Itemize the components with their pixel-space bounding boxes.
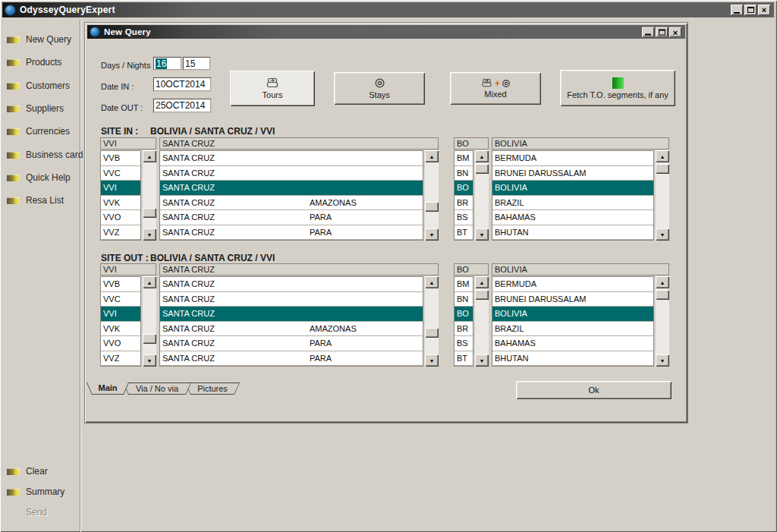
scrollbar[interactable]: ▲ ▼ <box>656 276 669 367</box>
list-item[interactable]: SANTA CRUZ <box>160 166 423 181</box>
close-button[interactable]: × <box>758 5 770 15</box>
scrollbar-thumb[interactable] <box>425 328 439 338</box>
query-window-titlebar[interactable]: New Query × <box>87 25 685 39</box>
scrollbar-thumb[interactable] <box>656 290 669 300</box>
app-titlebar[interactable]: OdysseyQueryExpert × <box>2 2 774 17</box>
close-button[interactable]: × <box>669 27 681 37</box>
list-item[interactable]: BT <box>455 351 473 367</box>
scroll-up-button[interactable]: ▲ <box>475 150 489 162</box>
sidebar-item-business-card[interactable]: Business card <box>7 150 83 160</box>
list-item-selected[interactable]: BO <box>455 181 473 196</box>
tab-pictures[interactable]: Pictures <box>185 382 240 395</box>
list-item[interactable]: SANTA CRUZAMAZONAS <box>160 322 423 337</box>
list-item[interactable]: SANTA CRUZPARA <box>160 210 423 225</box>
list-item[interactable]: VVC <box>101 292 140 307</box>
list-item[interactable]: BRAZIL <box>492 322 653 337</box>
minimize-button[interactable] <box>731 5 743 15</box>
scrollbar-track[interactable] <box>656 162 669 228</box>
scroll-down-button[interactable]: ▼ <box>143 228 156 241</box>
list-item[interactable]: BN <box>455 292 473 307</box>
sidebar-item-new-query[interactable]: New Query <box>7 34 71 45</box>
list-item[interactable]: BM <box>455 277 473 292</box>
list-item[interactable]: BHUTAN <box>492 351 653 367</box>
maximize-button[interactable] <box>744 5 757 15</box>
scrollbar-track[interactable] <box>656 288 669 354</box>
scroll-up-button[interactable]: ▲ <box>656 150 669 162</box>
list-item[interactable]: BHUTAN <box>492 225 653 241</box>
list-item-selected[interactable]: VVI <box>101 307 140 322</box>
scrollbar-track[interactable] <box>475 288 489 354</box>
list-item-selected[interactable]: BO <box>455 307 473 322</box>
list-item-selected[interactable]: SANTA CRUZ <box>160 307 423 322</box>
scrollbar-track[interactable] <box>425 162 439 228</box>
scrollbar-thumb[interactable] <box>475 290 489 300</box>
list-item-selected[interactable]: BOLIVIA <box>492 181 653 196</box>
scroll-up-button[interactable]: ▲ <box>656 276 669 288</box>
list-item[interactable]: BRUNEI DARUSSALAM <box>492 166 653 181</box>
list-item[interactable]: VVK <box>101 196 140 211</box>
list-item[interactable]: SANTA CRUZ <box>160 292 423 307</box>
scrollbar-thumb[interactable] <box>425 202 439 212</box>
list-item[interactable]: SANTA CRUZPARA <box>160 225 423 241</box>
sidebar-item-summary[interactable]: Summary <box>7 486 64 497</box>
list-item[interactable]: BS <box>455 336 473 351</box>
scrollbar-track[interactable] <box>475 162 489 228</box>
minimize-button[interactable] <box>642 27 654 37</box>
list-item[interactable]: VVK <box>101 322 140 337</box>
mixed-button[interactable]: + Mixed <box>450 72 541 105</box>
fetch-to-segments-button[interactable]: Fetch T.O. segments, if any <box>560 70 675 106</box>
list-item[interactable]: VVC <box>101 166 140 181</box>
scroll-up-button[interactable]: ▲ <box>425 150 439 162</box>
list-item[interactable]: VVZ <box>101 225 140 241</box>
scrollbar[interactable]: ▲ ▼ <box>143 276 156 367</box>
scroll-down-button[interactable]: ▼ <box>475 354 489 367</box>
maximize-button[interactable] <box>656 27 668 37</box>
scroll-up-button[interactable]: ▲ <box>143 150 156 162</box>
list-item[interactable]: BT <box>455 225 473 241</box>
sidebar-item-clear[interactable]: Clear <box>7 466 48 477</box>
scrollbar[interactable]: ▲ ▼ <box>475 276 489 367</box>
scrollbar-thumb[interactable] <box>656 164 669 174</box>
scrollbar[interactable]: ▲ ▼ <box>656 150 669 241</box>
scrollbar[interactable]: ▲ ▼ <box>143 150 156 241</box>
sidebar-item-resa-list[interactable]: Resa List <box>7 195 64 206</box>
sidebar-item-currencies[interactable]: Currencies <box>7 126 70 137</box>
date-in-input[interactable]: 10OCT2014 <box>153 77 211 91</box>
scrollbar[interactable]: ▲ ▼ <box>425 276 439 367</box>
days-input[interactable]: 16 <box>153 57 181 70</box>
scroll-down-button[interactable]: ▼ <box>425 228 439 241</box>
list-item[interactable]: BS <box>455 210 473 225</box>
scrollbar-track[interactable] <box>425 288 439 354</box>
list-item[interactable]: BN <box>455 166 473 181</box>
scrollbar-thumb[interactable] <box>143 334 156 344</box>
list-item[interactable]: BR <box>455 196 473 211</box>
list-item[interactable]: VVB <box>101 277 140 292</box>
tab-via-no-via[interactable]: Via / No via <box>123 382 191 395</box>
list-item[interactable]: SANTA CRUZ <box>160 277 423 292</box>
list-item[interactable]: VVO <box>101 336 140 351</box>
list-item[interactable]: SANTA CRUZPARA <box>160 351 423 367</box>
scroll-down-button[interactable]: ▼ <box>656 228 669 241</box>
scrollbar[interactable]: ▲ ▼ <box>425 150 439 241</box>
list-item[interactable]: VVB <box>101 151 140 166</box>
list-item[interactable]: SANTA CRUZPARA <box>160 336 423 351</box>
scroll-down-button[interactable]: ▼ <box>475 228 489 241</box>
sidebar-item-quick-help[interactable]: Quick Help <box>7 172 71 183</box>
list-item-selected[interactable]: VVI <box>101 181 140 196</box>
scrollbar-thumb[interactable] <box>143 208 156 218</box>
scrollbar[interactable]: ▲ ▼ <box>475 150 489 241</box>
list-item[interactable]: BAHAMAS <box>492 336 653 351</box>
list-item[interactable]: SANTA CRUZ <box>160 151 423 166</box>
list-item[interactable]: BM <box>455 151 473 166</box>
list-item-selected[interactable]: BOLIVIA <box>492 307 653 322</box>
sidebar-item-products[interactable]: Products <box>7 57 61 68</box>
list-item-selected[interactable]: SANTA CRUZ <box>160 181 423 196</box>
list-item[interactable]: BRAZIL <box>492 196 653 211</box>
nights-input[interactable]: 15 <box>183 57 210 70</box>
scroll-down-button[interactable]: ▼ <box>656 354 669 367</box>
scroll-down-button[interactable]: ▼ <box>425 354 439 367</box>
list-item[interactable]: VVZ <box>101 351 140 367</box>
ok-button[interactable]: Ok <box>516 381 672 399</box>
tours-button[interactable]: Tours <box>230 71 315 106</box>
list-item[interactable]: BERMUDA <box>492 277 653 292</box>
